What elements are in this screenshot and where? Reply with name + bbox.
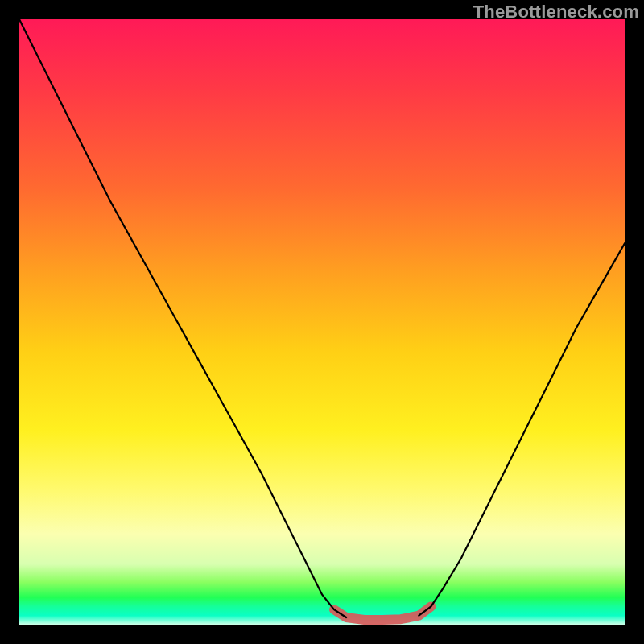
- left-curve: [19, 19, 346, 617]
- curve-layer: [19, 19, 625, 625]
- outer-frame: TheBottleneck.com: [0, 0, 644, 644]
- plot-area: [19, 19, 625, 625]
- valley-highlight: [334, 606, 431, 620]
- right-curve: [419, 243, 625, 616]
- watermark-text: TheBottleneck.com: [473, 2, 639, 23]
